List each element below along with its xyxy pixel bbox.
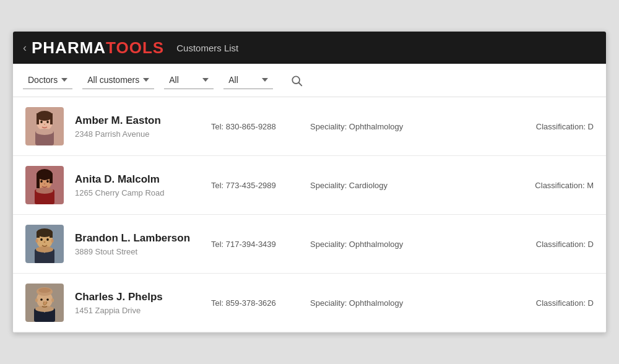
table-row[interactable]: Brandon L. Lamberson 3889 Stout Street T… bbox=[13, 215, 606, 274]
svg-point-31 bbox=[40, 238, 43, 241]
svg-line-1 bbox=[299, 82, 302, 85]
doctor-address: 1265 Cherry Camp Road bbox=[75, 188, 211, 197]
svg-point-44 bbox=[46, 298, 49, 301]
svg-point-35 bbox=[51, 239, 54, 243]
back-button[interactable]: ‹ bbox=[23, 41, 27, 54]
filter-doctors[interactable]: Doctors bbox=[23, 71, 72, 89]
filter-all-2-label: All bbox=[228, 75, 258, 85]
svg-rect-17 bbox=[37, 183, 40, 188]
header: ‹ PHARMA TOOLS Customers List bbox=[13, 32, 606, 64]
doctor-info: Charles J. Phelps 1451 Zappia Drive bbox=[75, 291, 211, 315]
doctor-info: Anita D. Malcolm 1265 Cherry Camp Road bbox=[75, 173, 211, 197]
search-button[interactable] bbox=[288, 72, 305, 89]
doctor-name: Brandon L. Lamberson bbox=[75, 232, 211, 245]
doctor-tel: Tel: 859-378-3626 bbox=[211, 298, 310, 308]
svg-point-34 bbox=[36, 239, 38, 243]
logo-tools: TOOLS bbox=[106, 38, 164, 58]
doctor-classification: Classification: D bbox=[434, 298, 594, 308]
doctor-address: 3889 Stout Street bbox=[75, 247, 211, 256]
doctor-info: Amber M. Easton 2348 Parrish Avenue bbox=[75, 115, 211, 139]
svg-rect-15 bbox=[37, 173, 40, 183]
svg-point-8 bbox=[36, 129, 53, 135]
svg-point-21 bbox=[46, 180, 49, 183]
svg-point-46 bbox=[51, 298, 54, 302]
svg-point-10 bbox=[46, 121, 49, 123]
filter-doctors-label: Doctors bbox=[28, 75, 58, 85]
svg-point-20 bbox=[40, 180, 43, 183]
filter-bar: Doctors All customers All All bbox=[13, 64, 606, 97]
doctor-name: Charles J. Phelps bbox=[75, 291, 211, 303]
filter-all-1-arrow bbox=[202, 78, 209, 82]
filter-all-1-label: All bbox=[169, 75, 199, 85]
doctor-name: Amber M. Easton bbox=[75, 115, 211, 127]
logo-pharma: PHARMA bbox=[32, 38, 106, 58]
filter-all-customers-arrow bbox=[143, 78, 149, 82]
svg-point-43 bbox=[40, 298, 43, 301]
svg-point-22 bbox=[44, 183, 45, 184]
filter-all-1[interactable]: All bbox=[164, 71, 214, 89]
doctor-classification: Classification: D bbox=[434, 240, 594, 249]
filter-all-customers-label: All customers bbox=[87, 75, 139, 85]
doctor-classification: Classification: M bbox=[434, 181, 594, 190]
avatar bbox=[25, 107, 64, 145]
doctor-tel: Tel: 830-865-9288 bbox=[211, 122, 310, 131]
svg-point-45 bbox=[35, 298, 38, 302]
svg-rect-5 bbox=[37, 113, 39, 124]
svg-point-9 bbox=[40, 121, 43, 123]
svg-point-11 bbox=[44, 124, 45, 125]
avatar bbox=[25, 166, 64, 204]
doctor-list: Amber M. Easton 2348 Parrish Avenue Tel:… bbox=[13, 97, 606, 332]
filter-doctors-arrow bbox=[61, 78, 67, 82]
svg-rect-26 bbox=[37, 232, 40, 238]
doctor-specialty: Speciality: Ophthalmology bbox=[310, 240, 434, 249]
doctor-tel: Tel: 773-435-2989 bbox=[211, 181, 310, 190]
doctor-name: Anita D. Malcolm bbox=[75, 173, 211, 186]
doctor-address: 2348 Parrish Avenue bbox=[75, 129, 211, 139]
svg-point-39 bbox=[38, 288, 51, 293]
search-icon bbox=[290, 74, 303, 87]
svg-rect-27 bbox=[50, 232, 53, 238]
svg-rect-6 bbox=[50, 113, 53, 124]
page-title: Customers List bbox=[176, 43, 238, 53]
doctor-specialty: Speciality: Ophthalmology bbox=[310, 122, 434, 131]
svg-point-30 bbox=[36, 246, 53, 253]
doctor-address: 1451 Zappia Drive bbox=[75, 306, 211, 315]
logo: PHARMA TOOLS bbox=[32, 38, 164, 58]
doctor-classification: Classification: D bbox=[434, 122, 594, 131]
doctor-specialty: Speciality: Cardiology bbox=[310, 181, 434, 190]
avatar bbox=[25, 225, 64, 263]
table-row[interactable]: Amber M. Easton 2348 Parrish Avenue Tel:… bbox=[13, 97, 606, 156]
filter-all-customers[interactable]: All customers bbox=[82, 71, 154, 89]
table-row[interactable]: Anita D. Malcolm 1265 Cherry Camp Road T… bbox=[13, 156, 606, 215]
doctor-tel: Tel: 717-394-3439 bbox=[211, 240, 310, 249]
svg-rect-16 bbox=[50, 173, 53, 183]
filter-all-2[interactable]: All bbox=[223, 71, 273, 89]
app-container: ‹ PHARMA TOOLS Customers List Doctors Al… bbox=[12, 31, 607, 333]
filter-all-2-arrow bbox=[262, 78, 268, 82]
doctor-specialty: Speciality: Ophthalmology bbox=[310, 298, 434, 308]
doctor-info: Brandon L. Lamberson 3889 Stout Street bbox=[75, 232, 211, 256]
avatar bbox=[25, 284, 64, 322]
table-row[interactable]: Charles J. Phelps 1451 Zappia Drive Tel:… bbox=[13, 274, 606, 332]
svg-point-19 bbox=[36, 188, 53, 194]
svg-point-32 bbox=[46, 238, 49, 241]
svg-point-33 bbox=[44, 241, 46, 243]
